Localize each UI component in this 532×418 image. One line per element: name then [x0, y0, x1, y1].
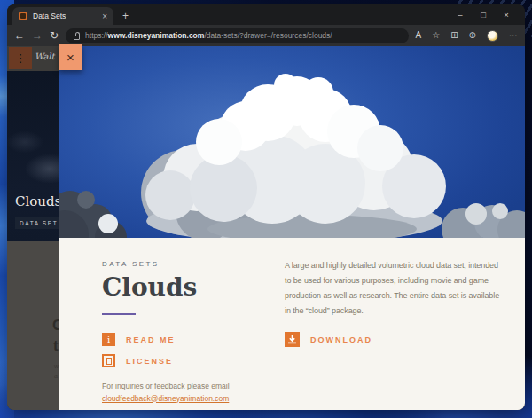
tab-data-sets[interactable]: Data Sets ×: [12, 7, 113, 25]
background-card-clouds: Clouds DATA SET: [7, 71, 59, 241]
background-text-fragment: w: [54, 363, 59, 369]
favorites-icon[interactable]: ☆: [432, 31, 440, 40]
drawer-title: Clouds: [102, 272, 270, 302]
license-label: LICENSE: [126, 357, 173, 366]
browser-window: Data Sets × + – □ × ← → ↻ https://www.di…: [7, 4, 525, 410]
drawer-right-column: A large and highly detailed volumetric c…: [285, 238, 506, 410]
more-menu-icon[interactable]: ⋯: [509, 31, 518, 40]
web-capture-icon[interactable]: ⊕: [469, 31, 476, 40]
url-scheme: https://: [85, 31, 108, 40]
tab-close-icon[interactable]: ×: [102, 12, 107, 21]
window-controls: – □ ×: [449, 4, 518, 25]
download-label: DOWNLOAD: [310, 335, 372, 344]
tab-strip: Data Sets × + – □ ×: [7, 4, 525, 25]
url-text[interactable]: https://www.disneyanimation.com/data-set…: [85, 31, 332, 40]
collections-icon[interactable]: ⊞: [450, 31, 458, 40]
contact-text: For inquiries or feedback please email: [102, 381, 270, 393]
minimize-button[interactable]: –: [449, 10, 472, 20]
readme-label: READ ME: [126, 335, 176, 344]
contact-email-link[interactable]: cloudfeedback@disneyanimation.com: [102, 394, 229, 403]
drawer-content-panel: DATA SETS Clouds i READ ME LICENSE Fo: [59, 238, 525, 410]
clouds-drawer: ×: [59, 46, 525, 410]
cloud-hero-image: [59, 46, 525, 238]
url-domain: www.disneyanimation.com: [108, 31, 205, 40]
close-window-button[interactable]: ×: [495, 10, 518, 20]
desktop: Data Sets × + – □ × ← → ↻ https://www.di…: [0, 0, 532, 418]
refresh-button[interactable]: ↻: [50, 30, 59, 41]
page-viewport: Clouds DATA SET ⋮ Walt Dis C t w a ×: [7, 46, 525, 410]
dimmed-page-overlay[interactable]: Clouds DATA SET ⋮ Walt Dis C t w a: [7, 46, 59, 410]
forward-button[interactable]: →: [32, 30, 43, 41]
contact-block: For inquiries or feedback please email c…: [102, 381, 270, 405]
purple-divider: [102, 313, 136, 315]
back-button[interactable]: ←: [14, 30, 25, 41]
drawer-close-button[interactable]: ×: [59, 44, 82, 70]
address-bar[interactable]: https://www.disneyanimation.com/data-set…: [66, 28, 409, 43]
tab-title: Data Sets: [33, 12, 97, 20]
read-aloud-icon[interactable]: A: [416, 31, 422, 40]
license-icon: [102, 354, 115, 367]
download-icon: [285, 332, 300, 347]
toolbar-actions: A ☆ ⊞ ⊕ ⋯: [416, 30, 518, 42]
dataset-description: A large and highly detailed volumetric c…: [285, 258, 506, 319]
browser-toolbar: ← → ↻ https://www.disneyanimation.com/da…: [7, 25, 525, 46]
profile-avatar[interactable]: [487, 30, 498, 42]
download-link[interactable]: DOWNLOAD: [285, 332, 506, 347]
background-text-fragment: t: [53, 337, 59, 355]
license-link[interactable]: LICENSE: [102, 354, 270, 367]
site-menu-button[interactable]: ⋮: [9, 47, 32, 69]
drawer-left-column: DATA SETS Clouds i READ ME LICENSE Fo: [102, 238, 270, 410]
background-text-fragment: C: [52, 317, 59, 335]
drawer-eyebrow: DATA SETS: [102, 260, 270, 268]
site-logo: Walt Dis: [35, 51, 59, 61]
background-card-title: Clouds: [15, 193, 59, 209]
new-tab-button[interactable]: +: [122, 10, 129, 22]
url-path: /data-sets/?drawer=/resources/clouds/: [204, 31, 332, 40]
cloud-illustration: [59, 46, 525, 238]
background-text-fragment: a: [54, 373, 58, 379]
readme-icon: i: [102, 333, 115, 346]
background-card-badge: DATA SET: [15, 217, 59, 229]
site-favicon-icon: [19, 12, 27, 20]
background-site-header: ⋮ Walt Dis: [7, 46, 59, 71]
lock-icon[interactable]: [74, 35, 80, 40]
readme-link[interactable]: i READ ME: [102, 333, 270, 346]
maximize-button[interactable]: □: [472, 10, 495, 20]
